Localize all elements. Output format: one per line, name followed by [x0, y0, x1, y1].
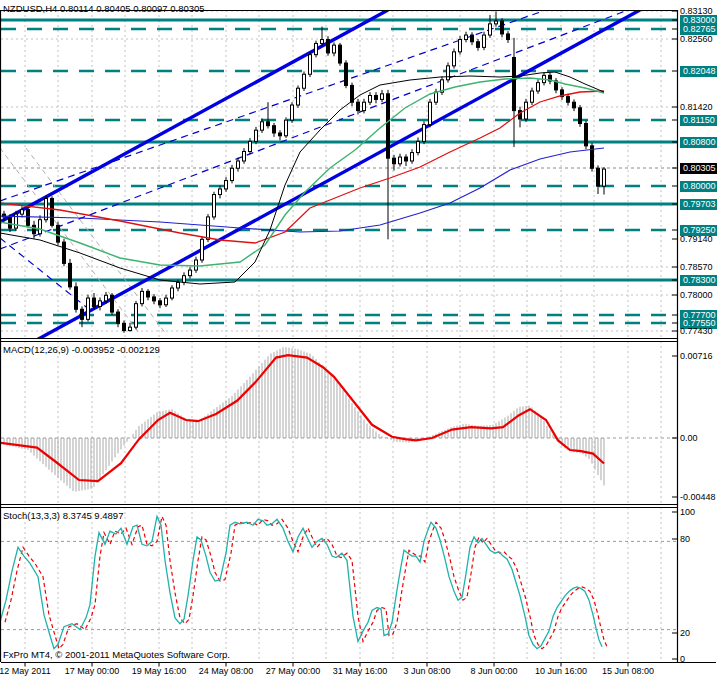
stoch-label: Stoch(13,3,3) 8.3745 9.4897	[3, 510, 123, 521]
main-panel[interactable]	[0, 10, 677, 360]
chart-title: NZDUSD,H4 0.80114 0.80405 0.80097 0.8030…	[3, 3, 205, 14]
stoch-panel[interactable]	[0, 507, 677, 662]
copyright-text: FxPro MT4, © 2001-2011 MetaQuotes Softwa…	[3, 649, 230, 660]
chart-canvas[interactable]	[0, 0, 717, 684]
macd-label: MACD(12,26,9) -0.003952 -0.002129	[3, 344, 160, 355]
price-tick-label: 0.82560	[680, 34, 713, 45]
time-label: 10 Jun 16:00	[535, 666, 587, 676]
time-label: 19 May 16:00	[132, 666, 187, 676]
stoch-scale-label: 0	[680, 654, 685, 665]
level-price-label: 0.79703	[680, 199, 717, 210]
current-price-label: 0.80305	[680, 163, 717, 174]
stoch-scale-label: 80	[680, 534, 690, 545]
macd-panel[interactable]	[0, 341, 677, 504]
time-label: 15 Jun 08:00	[602, 666, 654, 676]
price-tick-label: 0.78570	[680, 262, 713, 273]
stoch-scale-label: 20	[680, 628, 690, 639]
time-label: 3 Jun 08:00	[403, 666, 450, 676]
price-tick-label: 0.79140	[680, 234, 713, 245]
stoch-scale-label: 100	[680, 507, 695, 518]
level-price-label: 0.82048	[680, 66, 717, 77]
price-tick-label: 0.81420	[680, 102, 713, 113]
macd-scale-label: 0.00716	[680, 351, 713, 362]
level-price-label: 0.80000	[680, 181, 717, 192]
time-label: 24 May 08:00	[199, 666, 254, 676]
level-price-label: 0.81150	[680, 115, 717, 126]
time-label: 31 May 16:00	[333, 666, 388, 676]
level-price-label: 0.80800	[680, 137, 717, 148]
time-label: 12 May 2011	[0, 666, 51, 676]
time-label: 27 May 00:00	[266, 666, 321, 676]
mt4-chart-window: NZDUSD,H4 0.80114 0.80405 0.80097 0.8030…	[0, 0, 717, 684]
price-tick-label: 0.78000	[680, 290, 713, 301]
macd-scale-label: -0.00448	[680, 492, 716, 503]
time-label: 8 Jun 00:00	[470, 666, 517, 676]
price-tick-label: 0.77430	[680, 326, 713, 337]
macd-scale-label: 0.00	[680, 433, 698, 444]
level-price-label: 0.78300	[680, 275, 717, 286]
time-label: 17 May 00:00	[65, 666, 120, 676]
